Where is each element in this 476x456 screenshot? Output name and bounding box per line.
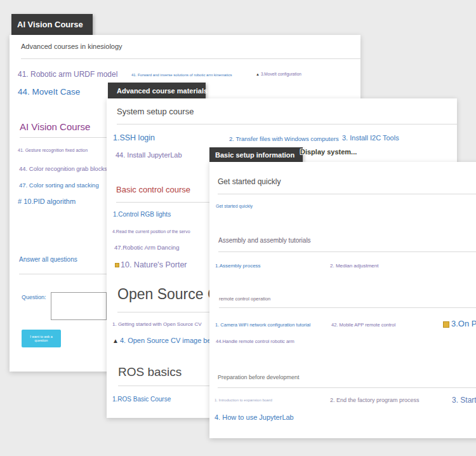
section-title-remote-control: remote control operation	[219, 296, 270, 302]
link-how-to-use-jupyterlab[interactable]: 4. How to use JupyterLab	[215, 413, 294, 421]
link-introduction-expansion-board[interactable]: 1. Introduction to expansion board	[215, 398, 272, 402]
link-color-sorting-stacking[interactable]: 47. Color sorting and stacking	[19, 182, 99, 189]
link-opencv-image-beauty-label: 4. Open Source CV image beauty	[120, 337, 224, 344]
broken-image-icon	[443, 321, 449, 328]
link-on-pc[interactable]: 3.On PC	[443, 319, 476, 328]
link-mobile-app-remote-control[interactable]: 42. Mobile APP remote control	[331, 322, 395, 328]
link-read-servo-position[interactable]: 4.Read the current position of the servo	[112, 229, 190, 234]
link-robotic-arm-urdf-model[interactable]: 41. Robotic arm URDF model	[18, 70, 117, 79]
section-title-basic-control: Basic control course	[116, 185, 190, 194]
link-answer-all-questions[interactable]: Answer all questions	[19, 256, 77, 263]
section-title-kinesiology: Advanced courses in kinesiology	[21, 43, 122, 50]
link-install-jupyterlab[interactable]: 44. Install JupyterLab	[116, 151, 182, 159]
section-title-ai-vision-course: AI Vision Course	[20, 121, 90, 132]
link-moveit-configuration[interactable]: ▲3.MoveIt configuration	[256, 72, 301, 76]
triangle-icon: ▲	[256, 72, 260, 76]
window-basic-setup-information: Get started quickly Get started quickly …	[209, 162, 476, 438]
link-camera-wifi-configuration[interactable]: 1. Camera WiFi network configuration tut…	[215, 322, 310, 328]
triangle-icon: ▲	[112, 337, 119, 344]
divider	[218, 251, 476, 252]
link-color-recognition-grab[interactable]: 44. Color recognition grab blocks	[19, 165, 107, 172]
link-natures-porter-label: 10. Nature's Porter	[121, 260, 187, 269]
link-transfer-files-windows[interactable]: 2. Transfer files with Windows computers	[229, 135, 339, 142]
broken-image-icon	[115, 263, 119, 267]
link-opencv-image-beauty[interactable]: ▲4. Open Source CV image beauty	[112, 337, 224, 344]
tab-ai-vision-course[interactable]: AI Vision Course	[11, 14, 93, 35]
link-moveit-configuration-label: 3.MoveIt configuration	[261, 72, 301, 76]
link-ros-basic-course[interactable]: 1.ROS Basic Course	[112, 396, 171, 403]
link-assembly-process[interactable]: 1.Assembly process	[215, 263, 261, 269]
drag-ghost-label-display-system: Display system...	[300, 148, 357, 156]
link-end-factory-program[interactable]: 2. End the factory program process	[330, 397, 420, 403]
section-title-preparation: Preparation before development	[218, 374, 300, 380]
link-control-rgb-lights[interactable]: 1.Control RGB lights	[113, 211, 171, 218]
question-input[interactable]	[51, 292, 107, 320]
link-robotic-arm-dancing[interactable]: 47.Robotic Arm Dancing	[114, 244, 179, 251]
tab-basic-setup-information[interactable]: Basic setup information	[209, 147, 303, 162]
link-ssh-login[interactable]: 1.SSH login	[113, 133, 155, 142]
divider	[117, 124, 457, 124]
section-title-ros-basics: ROS basics	[118, 365, 182, 379]
link-get-started-quickly[interactable]: Get started quickly	[216, 204, 253, 208]
link-forward-inverse-kinematics[interactable]: 41. Forward and inverse solutions of rob…	[131, 73, 232, 77]
divider	[218, 387, 476, 388]
link-on-pc-label: 3.On PC	[451, 319, 476, 328]
section-title-system-setup: System setup course	[117, 107, 194, 116]
divider	[219, 307, 476, 308]
question-label: Question:	[22, 294, 46, 300]
link-moveit-case[interactable]: 44. MoveIt Case	[18, 87, 80, 97]
link-start-jupyter[interactable]: 3. Start Ju	[452, 396, 476, 405]
divider	[21, 58, 360, 59]
section-title-get-started: Get started quickly	[218, 177, 281, 186]
link-handle-remote-control-arm[interactable]: 44.Handle remote control robotic arm	[216, 339, 294, 344]
section-title-assembly: Assembly and assembly tutorials	[218, 237, 311, 244]
link-getting-started-opencv[interactable]: 1. Getting started with Open Source CV	[112, 321, 202, 327]
link-install-i2c-tools[interactable]: 3. Install I2C Tools	[342, 134, 399, 142]
link-gesture-recognition[interactable]: 41. Gesture recognition fixed action	[18, 148, 88, 152]
tab-advanced-course-materials[interactable]: Advanced course materials	[108, 83, 206, 99]
ask-question-button[interactable]: I want to ask a question	[22, 330, 61, 347]
link-natures-porter[interactable]: 10. Nature's Porter	[115, 260, 187, 269]
divider	[218, 194, 476, 194]
link-median-adjustment[interactable]: 2. Median adjustment	[330, 263, 379, 269]
link-pid-algorithm[interactable]: # 10.PID algorithm	[18, 198, 76, 205]
desktop-background: AI Vision Course Advanced courses in kin…	[0, 0, 476, 456]
